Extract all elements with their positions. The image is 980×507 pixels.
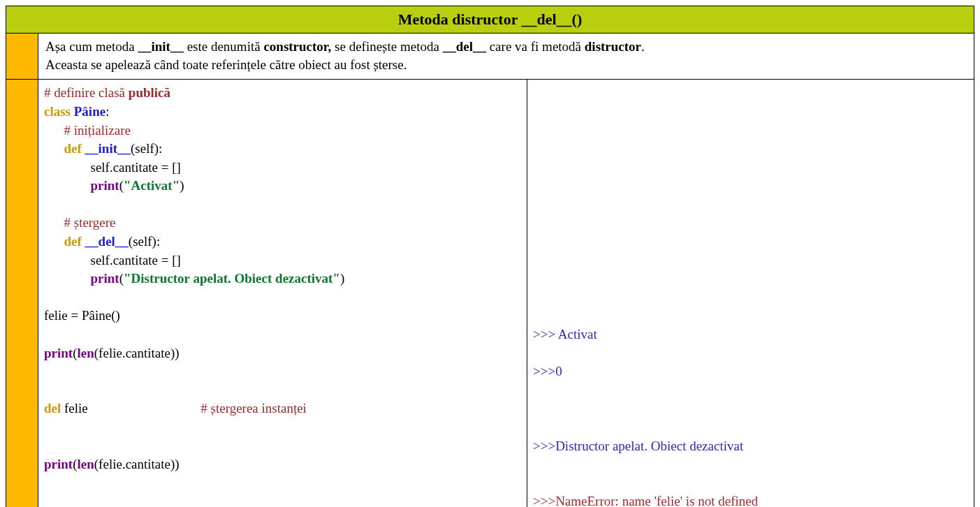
code-text: self.cantitate = [] — [44, 253, 181, 267]
output-cell: >>> Activat >>>0 >>>Distructor apelat. O… — [527, 80, 974, 507]
comment: # inițializare — [44, 123, 131, 138]
desc-del: __del__ — [443, 39, 486, 54]
desc-text: se definește metoda — [331, 39, 442, 54]
desc-text: . — [641, 39, 645, 54]
fn-len: len — [78, 346, 94, 360]
comment: # ștergerea instanței — [200, 401, 307, 416]
code-text — [44, 178, 91, 193]
code-text: self.cantitate = [] — [44, 160, 181, 175]
class-name: Pâine — [74, 104, 105, 119]
title-bar: Metoda distructor __del__() — [6, 6, 974, 34]
code-text: : — [105, 104, 109, 119]
desc-line2: Aceasta se apelează când toate referințe… — [45, 57, 407, 72]
code-row: # definire clasă publică class Pâine: # … — [6, 80, 974, 507]
fn-print: print — [44, 346, 73, 360]
desc-text: Așa cum metoda — [45, 39, 138, 54]
code-text: ) — [340, 271, 344, 286]
code-text — [44, 364, 47, 379]
fn-print: print — [91, 271, 119, 286]
string-literal: "Distructor apelat. Obiect dezactivat" — [124, 271, 340, 286]
comment: # definire clasă — [44, 85, 129, 100]
code-text: ) — [180, 178, 184, 193]
output-spacer — [533, 346, 536, 360]
keyword-del: del — [44, 401, 61, 416]
left-sidebar — [6, 80, 38, 507]
code-text: (self): — [129, 234, 160, 249]
output-spacer — [533, 420, 536, 434]
code-text — [44, 290, 47, 304]
code-text — [44, 327, 47, 341]
code-text: (felie.cantitate)) — [94, 346, 180, 360]
output-spacer — [533, 457, 536, 471]
code-text: felie — [61, 401, 200, 416]
fn-print: print — [91, 178, 119, 193]
desc-text: care va fi metodă — [486, 39, 585, 54]
output-line: >>>Distructor apelat. Obiect dezactivat — [533, 439, 743, 453]
fn-print: print — [44, 457, 73, 471]
output-line: >>>0 — [533, 364, 562, 379]
keyword-class: class — [44, 104, 71, 119]
code-text — [44, 197, 47, 212]
desc-text: este denumită — [184, 39, 264, 54]
output-spacer — [533, 476, 536, 490]
output-spacer — [533, 401, 536, 416]
output-line: >>> Activat — [533, 327, 597, 341]
dunder-del: __del__ — [85, 234, 129, 249]
code-text — [44, 271, 91, 286]
comment-bold: publică — [129, 85, 170, 100]
code-output-wrap: # definire clasă publică class Pâine: # … — [38, 80, 974, 507]
code-cell: # definire clasă publică class Pâine: # … — [38, 80, 527, 507]
description-cell: Așa cum metoda __init__ este denumită co… — [38, 34, 974, 79]
code-text — [44, 234, 64, 249]
dunder-init: __init__ — [85, 141, 131, 156]
code-text — [44, 383, 47, 397]
fn-len: len — [78, 457, 94, 471]
code-text — [44, 439, 47, 453]
string-literal: "Activat" — [124, 178, 180, 193]
keyword-def: def — [64, 141, 82, 156]
comment: # ștergere — [44, 215, 116, 230]
title-text: Metoda distructor __del__() — [398, 10, 583, 28]
code-text: (felie.cantitate)) — [94, 457, 180, 471]
output-spacer — [533, 383, 536, 397]
keyword-def: def — [64, 234, 82, 249]
code-text — [44, 420, 47, 434]
desc-distructor: distructor — [585, 39, 641, 54]
desc-init: __init__ — [138, 39, 183, 54]
code-text: felie = Pâine() — [44, 308, 120, 323]
description-row: Așa cum metoda __init__ este denumită co… — [6, 34, 974, 80]
code-text: (self): — [131, 141, 162, 156]
left-sidebar — [6, 34, 38, 79]
desc-constructor: constructor, — [263, 39, 331, 54]
slide-table: Metoda distructor __del__() Așa cum meto… — [6, 6, 974, 507]
output-error: >>>NameError: name 'felie' is not define… — [533, 494, 758, 507]
code-text — [44, 141, 64, 156]
